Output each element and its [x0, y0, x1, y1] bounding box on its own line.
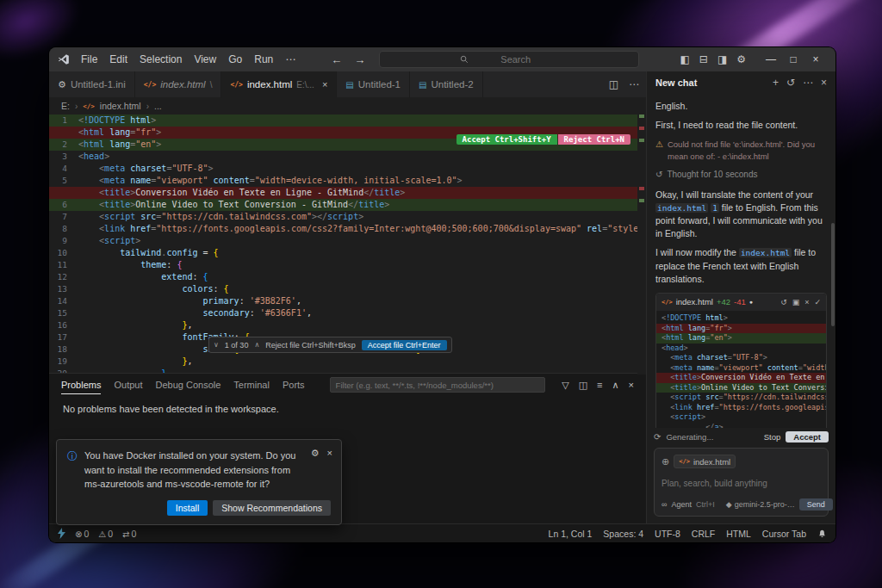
warnings-indicator[interactable]: ⚠0 — [98, 529, 113, 539]
bell-icon[interactable] — [817, 529, 827, 538]
menu-edit[interactable]: Edit — [103, 53, 134, 65]
close-window-button[interactable]: × — [804, 53, 827, 65]
status-html[interactable]: HTML — [726, 529, 751, 539]
next-diff-icon[interactable]: ∧ — [254, 341, 259, 349]
menu-view[interactable]: View — [188, 53, 222, 65]
notification-gear-icon[interactable]: ⚙ — [311, 448, 320, 459]
panel-tab-debug-console[interactable]: Debug Console — [156, 375, 221, 394]
code-line[interactable]: 13 colors: { — [49, 283, 646, 295]
panel-tab-terminal[interactable]: Terminal — [233, 375, 270, 394]
context-file-chip[interactable]: </> index.html — [674, 455, 736, 468]
show-recommendations-button[interactable]: Show Recommendations — [213, 500, 331, 516]
forward-icon[interactable]: → — [354, 53, 365, 66]
code-line[interactable]: 15 secondary: '#6366F1', — [49, 307, 646, 319]
tab-index.html[interactable]: </>index.htmlE:\...× — [221, 71, 337, 97]
menu-⋯[interactable]: ⋯ — [279, 53, 301, 65]
panel-tab-problems[interactable]: Problems — [61, 375, 101, 394]
panel-tab-output[interactable]: Output — [114, 375, 142, 394]
minimize-button[interactable]: — — [760, 53, 782, 65]
reject-diff-button[interactable]: Reject Ctrl+N — [558, 134, 630, 145]
accept-all-button[interactable]: Accept — [786, 431, 829, 443]
toggle-secondary-sidebar-icon[interactable]: ◨ — [717, 53, 727, 65]
chat-input[interactable] — [662, 479, 821, 488]
model-selector[interactable]: ◆ gemini-2.5-pro-… — [726, 500, 795, 509]
more-actions-icon[interactable]: ⋯ — [629, 78, 639, 90]
code-line[interactable]: 6 <title>Online Video to Text Conversion… — [49, 199, 646, 211]
breadcrumb-item[interactable]: ... — [154, 101, 162, 111]
undo-icon[interactable]: ↺ — [780, 297, 787, 308]
tab-untitled-1[interactable]: ▤Untitled-1 — [337, 71, 410, 97]
problems-filter-input[interactable] — [336, 381, 539, 390]
chat-close-icon[interactable]: × — [821, 77, 827, 89]
breadcrumb-item[interactable]: index.html — [100, 101, 141, 111]
split-editor-icon[interactable]: ◫ — [609, 78, 618, 90]
problems-filter[interactable] — [330, 377, 545, 393]
code-line[interactable]: 3<head> — [49, 151, 646, 163]
copy-icon[interactable]: ▣ — [792, 297, 800, 308]
tab-untitled-1.ini[interactable]: ⚙Untitled-1.ini — [49, 71, 135, 97]
tab-untitled-2[interactable]: ▤Untitled-2 — [410, 71, 483, 97]
reject-file-button[interactable]: Reject file Ctrl+Shift+Bksp — [265, 341, 356, 350]
breadcrumb-item[interactable]: E: — [61, 101, 70, 111]
notification-close-icon[interactable]: × — [327, 448, 332, 459]
menu-run[interactable]: Run — [248, 53, 279, 65]
add-context-icon[interactable]: ⊕ — [662, 456, 669, 467]
install-button[interactable]: Install — [167, 500, 208, 516]
maximize-button[interactable]: □ — [782, 53, 804, 65]
filter-icon[interactable]: ▽ — [562, 380, 568, 391]
send-button[interactable]: Send — [799, 498, 833, 511]
overview-ruler[interactable] — [637, 115, 646, 374]
menu-file[interactable]: File — [75, 53, 103, 65]
close-tab-icon[interactable]: × — [322, 79, 327, 90]
prev-diff-icon[interactable]: ∨ — [214, 341, 219, 349]
code-line[interactable]: <title>Conversion Vidéo en Texte en Lign… — [49, 187, 646, 199]
reject-block-icon[interactable]: × — [804, 297, 809, 308]
errors-indicator[interactable]: ⊗0 — [75, 529, 89, 539]
status-ln-1-col-1[interactable]: Ln 1, Col 1 — [549, 529, 593, 539]
code-line[interactable]: 10 tailwind.config = { — [49, 247, 646, 259]
settings-gear-icon[interactable]: ⚙ — [736, 53, 746, 65]
chat-scrollbar[interactable] — [831, 223, 835, 326]
code-line[interactable]: 8 <link href="https://fonts.googleapis.c… — [49, 223, 646, 235]
status-cursor-tab[interactable]: Cursor Tab — [762, 529, 806, 539]
accept-block-icon[interactable]: ✓ — [814, 297, 821, 308]
code-line[interactable]: 5 <meta name="viewport" content="width=d… — [49, 175, 646, 187]
ports-indicator[interactable]: ⇄0 — [122, 529, 136, 539]
breadcrumb[interactable]: E:›</>index.html›... — [49, 97, 646, 115]
list-icon[interactable]: ≡ — [597, 380, 602, 391]
chat-messages[interactable]: English. First, I need to read the file … — [647, 94, 835, 428]
code-line[interactable]: 12 extend: { — [49, 271, 646, 283]
code-line[interactable]: 7 <script src="https://cdn.tailwindcss.c… — [49, 211, 646, 223]
chat-more-icon[interactable]: ⋯ — [803, 77, 813, 89]
status-spaces-4[interactable]: Spaces: 4 — [603, 529, 643, 539]
view-mode-icon[interactable]: ◫ — [579, 380, 587, 391]
toggle-sidebar-icon[interactable]: ◧ — [680, 53, 689, 65]
code-line[interactable]: 1<!DOCTYPE html> — [49, 115, 646, 127]
back-icon[interactable]: ← — [331, 53, 342, 66]
code-line[interactable]: 16 }, — [49, 319, 646, 331]
maximize-panel-icon[interactable]: ∧ — [612, 380, 619, 391]
menu-go[interactable]: Go — [222, 53, 248, 65]
thought-summary[interactable]: ↺ Thought for 10 seconds — [655, 169, 827, 182]
stop-button[interactable]: Stop — [764, 432, 781, 442]
panel-tab-ports[interactable]: Ports — [283, 375, 305, 394]
code-line[interactable]: 4 <meta charset="UTF-8"> — [49, 163, 646, 175]
menu-selection[interactable]: Selection — [134, 53, 188, 65]
new-chat-icon[interactable]: + — [773, 77, 779, 89]
agent-mode-selector[interactable]: Agent — [671, 500, 692, 509]
titlebar-search[interactable] — [379, 51, 639, 68]
close-panel-icon[interactable]: × — [629, 380, 634, 391]
status-crlf[interactable]: CRLF — [692, 529, 715, 539]
status-utf-8[interactable]: UTF-8 — [655, 529, 680, 539]
tab-index.html[interactable]: </>index.html\ — [135, 71, 222, 97]
chat-input-box[interactable]: ⊕ </> index.html ∞ Agent Ctrl+I ◆ gemini… — [654, 448, 829, 517]
code-editor[interactable]: 1<!DOCTYPE html><html lang="fr">2<html l… — [49, 115, 646, 374]
remote-indicator-icon[interactable] — [58, 528, 65, 539]
search-input[interactable] — [473, 54, 559, 65]
code-line[interactable]: 9 <script> — [49, 235, 646, 247]
accept-file-button[interactable]: Accept file Ctrl+Enter — [362, 340, 447, 350]
code-line[interactable]: 19 }, — [49, 356, 646, 368]
toggle-panel-icon[interactable]: ⊟ — [699, 53, 708, 65]
chat-history-icon[interactable]: ↺ — [786, 77, 795, 89]
code-block-filename[interactable]: index.html — [676, 296, 713, 308]
